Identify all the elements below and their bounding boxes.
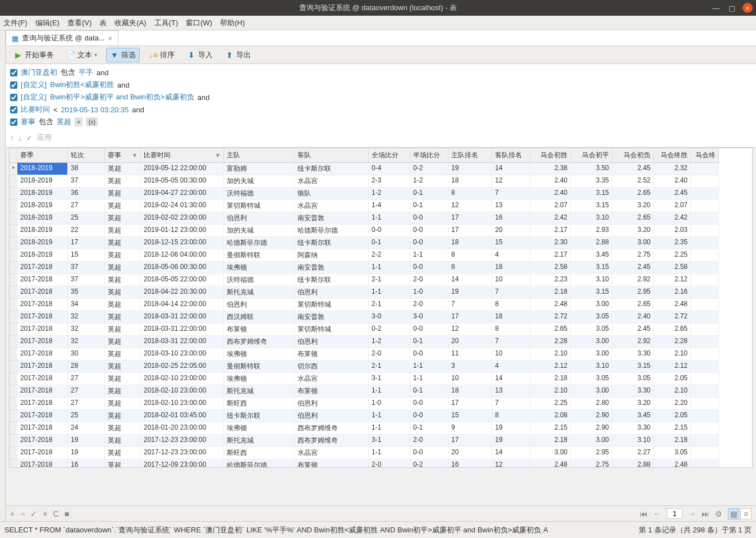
cell[interactable]: 18 — [492, 262, 530, 274]
cell[interactable]: 38 — [68, 163, 105, 175]
cell[interactable]: 8 — [448, 188, 492, 200]
cell[interactable]: 34 — [68, 299, 105, 311]
cell[interactable]: 17 — [448, 212, 492, 225]
cell[interactable]: 2.05 — [654, 410, 691, 422]
column-header[interactable]: 赛事▼ — [105, 148, 141, 163]
cell[interactable]: 2.45 — [612, 323, 654, 336]
cell[interactable]: 2017-2018 — [17, 447, 68, 459]
row-marker[interactable] — [10, 249, 17, 262]
cell[interactable]: 3-0 — [369, 311, 410, 323]
cell[interactable]: 富勒姆 — [224, 163, 295, 175]
cell[interactable]: 16 — [492, 212, 530, 225]
begin-transaction-button[interactable]: ▶ 开始事务 — [10, 48, 57, 62]
cell[interactable]: 英超 — [105, 200, 141, 212]
cell[interactable]: 加的夫城 — [224, 225, 295, 237]
cell[interactable]: 7 — [448, 299, 492, 311]
filter-checkbox[interactable] — [10, 81, 17, 89]
cell[interactable]: 16 — [68, 459, 105, 468]
cell[interactable] — [691, 299, 719, 311]
filter-field[interactable]: 比赛时间 — [21, 104, 50, 115]
column-header[interactable]: 客队 — [295, 148, 369, 163]
cell[interactable] — [691, 188, 719, 200]
cell[interactable]: 3-1 — [369, 373, 410, 385]
cell[interactable]: 2.08 — [530, 410, 571, 422]
cell[interactable]: 2.90 — [571, 422, 612, 435]
cell[interactable] — [691, 361, 719, 373]
cell[interactable] — [691, 422, 719, 435]
cell[interactable]: 英超 — [105, 175, 141, 188]
cell[interactable]: 10 — [492, 274, 530, 286]
cell[interactable] — [691, 385, 719, 398]
cell[interactable]: 英超 — [105, 422, 141, 435]
cell[interactable] — [691, 225, 719, 237]
row-marker[interactable] — [10, 336, 17, 348]
row-marker[interactable]: ▸ — [10, 163, 17, 175]
cell[interactable]: 2018-02-10 23:00:00 — [141, 385, 224, 398]
cell[interactable]: 2.42 — [530, 212, 571, 225]
column-header[interactable]: 半场比分 — [410, 148, 448, 163]
row-marker[interactable] — [10, 410, 17, 422]
cell[interactable]: 莱切斯特城 — [224, 200, 295, 212]
cell[interactable]: 8 — [448, 262, 492, 274]
page-last-icon[interactable]: ⏭ — [702, 509, 709, 518]
cell[interactable]: 2017-2018 — [17, 323, 68, 336]
cell[interactable]: 15 — [448, 410, 492, 422]
cell[interactable]: 36 — [68, 188, 105, 200]
cell[interactable]: 3.00 — [571, 299, 612, 311]
cell[interactable]: 17 — [68, 237, 105, 249]
cell[interactable]: 19 — [448, 163, 492, 175]
cell[interactable]: 埃弗顿 — [224, 262, 295, 274]
cell[interactable]: 2.48 — [530, 299, 571, 311]
cell[interactable]: 1-2 — [369, 188, 410, 200]
cell[interactable]: 2-2 — [369, 249, 410, 262]
cell[interactable]: 3.00 — [571, 336, 612, 348]
cell[interactable]: 2.80 — [571, 398, 612, 410]
cell[interactable]: 英超 — [105, 163, 141, 175]
cell[interactable]: 10 — [448, 373, 492, 385]
cell[interactable]: 狼队 — [295, 188, 369, 200]
cell[interactable]: 英超 — [105, 435, 141, 447]
cell[interactable]: 英超 — [105, 336, 141, 348]
row-marker[interactable] — [10, 200, 17, 212]
close-icon[interactable]: × — [743, 3, 753, 13]
cell[interactable]: 14 — [492, 163, 530, 175]
row-marker[interactable] — [10, 385, 17, 398]
column-header[interactable]: 马会初负 — [612, 148, 654, 163]
cell[interactable]: 37 — [68, 274, 105, 286]
cell[interactable]: 2.16 — [654, 286, 691, 299]
cell[interactable]: 0-0 — [410, 398, 448, 410]
cell[interactable]: 英超 — [105, 323, 141, 336]
cell[interactable]: 2017-12-23 23:00:00 — [141, 435, 224, 447]
cell[interactable]: 2.40 — [654, 175, 691, 188]
cell[interactable]: 2.48 — [654, 299, 691, 311]
cell[interactable]: 3.15 — [571, 286, 612, 299]
cell[interactable]: 2.65 — [612, 299, 654, 311]
cell[interactable]: 2.30 — [530, 237, 571, 249]
cell[interactable]: 2.38 — [530, 163, 571, 175]
cell[interactable]: 3.15 — [571, 188, 612, 200]
cell[interactable]: 纽卡斯尔联 — [295, 274, 369, 286]
cell[interactable] — [691, 447, 719, 459]
column-header[interactable]: 比赛时间▼ — [141, 148, 224, 163]
cell[interactable]: 27 — [68, 200, 105, 212]
cell[interactable]: 1-1 — [369, 286, 410, 299]
column-header[interactable]: 赛季 — [17, 148, 68, 163]
cell[interactable] — [691, 348, 719, 361]
cell[interactable]: 0-0 — [410, 447, 448, 459]
cell[interactable]: 0-1 — [410, 422, 448, 435]
cell[interactable]: 19 — [68, 435, 105, 447]
form-view-button[interactable]: ≡ — [740, 508, 752, 519]
cell[interactable]: 西布罗姆维奇 — [295, 422, 369, 435]
cell[interactable]: 阿森纳 — [295, 249, 369, 262]
cell[interactable]: 2-0 — [369, 459, 410, 468]
menu-edit[interactable]: 编辑(E) — [35, 18, 59, 28]
cell[interactable]: 3.10 — [571, 274, 612, 286]
cell[interactable]: 2.58 — [654, 262, 691, 274]
cell[interactable]: 2.35 — [654, 237, 691, 249]
cell[interactable]: 2.07 — [530, 200, 571, 212]
cell[interactable]: 水晶宫 — [295, 200, 369, 212]
cell[interactable]: 斯托克城 — [224, 385, 295, 398]
cell[interactable]: 2018-2019 — [17, 237, 68, 249]
cell[interactable]: 2018-2019 — [17, 175, 68, 188]
cell[interactable]: 24 — [68, 422, 105, 435]
